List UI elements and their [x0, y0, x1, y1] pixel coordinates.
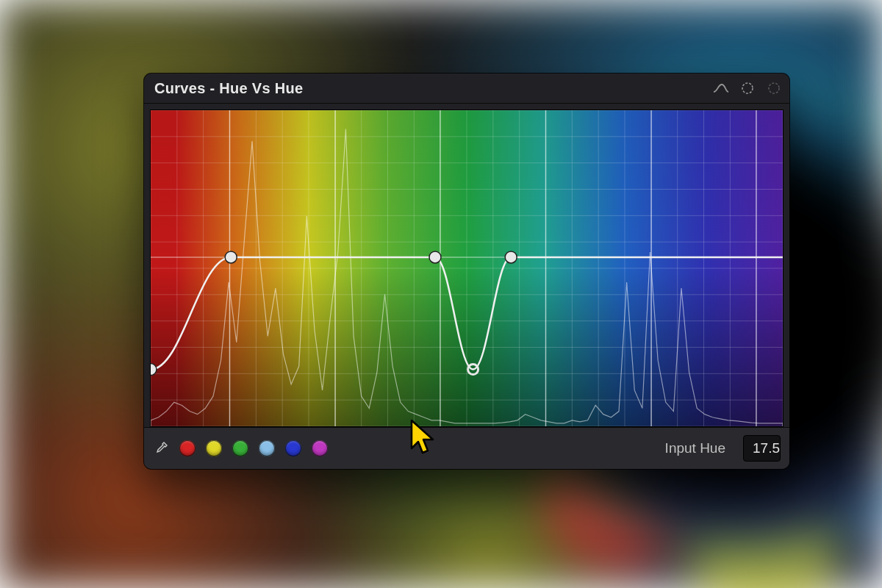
curve-overlay[interactable] [151, 110, 783, 426]
curve-graph[interactable] [150, 110, 784, 427]
swatch-magenta[interactable] [312, 440, 328, 456]
svg-point-48 [225, 251, 237, 263]
svg-point-47 [151, 364, 157, 376]
svg-point-1 [769, 83, 779, 93]
eyedropper-icon[interactable] [153, 440, 169, 456]
swatch-yellow[interactable] [206, 440, 222, 456]
swatch-green[interactable] [232, 440, 248, 456]
curves-panel: Curves - Hue Vs Hue Input Hue 17.5 [144, 74, 789, 469]
svg-point-0 [742, 83, 753, 93]
svg-point-51 [505, 251, 517, 263]
hue-swatch-row [179, 440, 328, 456]
input-hue-value[interactable]: 17.5 [743, 435, 781, 462]
titlebar-toolbar [713, 80, 782, 96]
curve-shape-icon[interactable] [713, 80, 729, 96]
panel-footer: Input Hue 17.5 [144, 427, 789, 469]
swatch-red[interactable] [179, 440, 196, 456]
spline-wheel-icon-dim[interactable] [766, 80, 782, 96]
panel-titlebar: Curves - Hue Vs Hue [144, 74, 789, 104]
swatch-cyan[interactable] [259, 440, 275, 456]
spline-wheel-icon[interactable] [739, 80, 756, 96]
input-hue-label: Input Hue [665, 440, 725, 456]
panel-title: Curves - Hue Vs Hue [154, 80, 713, 97]
swatch-blue[interactable] [285, 440, 301, 456]
svg-point-49 [429, 251, 441, 263]
